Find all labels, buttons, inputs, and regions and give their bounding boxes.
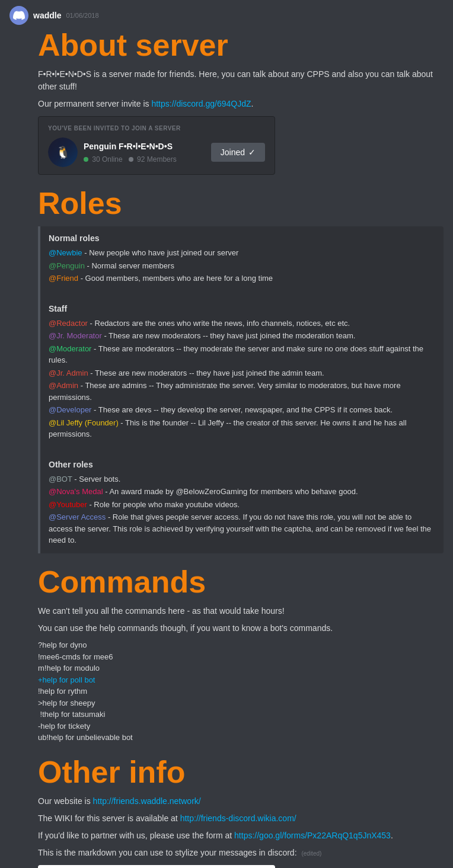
role-bot-desc: - Server bots. xyxy=(74,475,120,483)
cmd-tickety: -help for tickety xyxy=(38,720,444,732)
cmd-dyno: ?help for dyno xyxy=(38,639,444,651)
role-bot-tag: @BOT xyxy=(49,475,72,483)
role-redactor-desc: - Redactors are the ones who write the n… xyxy=(90,319,350,328)
cmd-modulo: m!help for modulo xyxy=(38,662,444,674)
offline-dot xyxy=(129,157,133,162)
about-section: About server F•R•l•E•N•D•S is a server m… xyxy=(38,28,444,175)
server-name: Penguin F•R•l•E•N•D•S xyxy=(84,140,177,153)
role-friend-tag: @Friend xyxy=(49,274,78,283)
role-youtuber-tag: @Youtuber xyxy=(49,500,87,509)
roles-title: Roles xyxy=(38,187,444,220)
page-container: waddle 01/06/2018 About server F•R•l•E•N… xyxy=(0,0,453,868)
role-admin-desc: - These are admins -- They administrate … xyxy=(49,381,401,402)
partner-link[interactable]: https://goo.gl/forms/Px22ARqQ1q5JnX453 xyxy=(234,831,391,840)
server-icon: 🐧 xyxy=(48,137,78,167)
online-dot xyxy=(84,157,88,162)
role-server-access-desc: - Role that gives people server access. … xyxy=(49,513,431,544)
category-other-roles: Other roles xyxy=(49,459,435,471)
bot-avatar xyxy=(9,6,28,25)
online-stat: 30 Online xyxy=(84,154,123,165)
other-info-section: Other info Our website is http://friends… xyxy=(38,755,444,868)
role-newbie-desc: - New people who have just joined our se… xyxy=(84,248,238,257)
website-prefix: Our website is xyxy=(38,796,93,806)
joined-button[interactable]: Joined ✓ xyxy=(211,143,265,162)
invite-left: 🐧 Penguin F•R•l•E•N•D•S 30 Online xyxy=(48,137,177,167)
role-admin-tag: @Admin xyxy=(49,381,78,390)
commands-title: Commands xyxy=(38,565,444,599)
about-desc-text: F•R•l•E•N•D•S is a server made for frien… xyxy=(38,69,433,91)
role-admin: @Admin - These are admins -- They admini… xyxy=(49,380,435,403)
role-jr-admin-desc: - These are new moderators -- they have … xyxy=(90,369,324,377)
role-youtuber-desc: - Role for people who make youtube video… xyxy=(89,500,240,509)
role-founder: @Lil Jeffy (Founder) - This is the found… xyxy=(49,417,435,440)
role-penguin: @Penguin - Normal server members xyxy=(49,260,435,272)
other-info-title: Other info xyxy=(38,755,444,789)
category-staff: Staff xyxy=(49,303,435,315)
roles-box: Normal roles @Newbie - New people who ha… xyxy=(38,226,444,553)
members-count: 92 Members xyxy=(137,155,177,164)
cmd-poll: +help for poll bot xyxy=(38,674,444,686)
joined-label: Joined xyxy=(221,148,245,157)
about-invite-text: Our permanent server invite is https://d… xyxy=(38,98,444,110)
joined-check: ✓ xyxy=(248,148,256,157)
role-jr-admin-tag: @Jr. Admin xyxy=(49,369,88,377)
role-developer-tag: @Developer xyxy=(49,405,91,414)
members-stat: 92 Members xyxy=(129,154,177,165)
commands-block: We can't tell you all the commands here … xyxy=(38,605,444,744)
role-newbie: @Newbie - New people who have just joine… xyxy=(49,247,435,259)
role-redactor: @Redactor - Redactors are the ones who w… xyxy=(49,318,435,329)
invite-box-label: YOU'VE BEEN INVITED TO JOIN A SERVER xyxy=(48,124,265,133)
role-friend-desc: - Good members, members who are here for… xyxy=(81,274,273,283)
role-jr-admin: @Jr. Admin - These are new moderators --… xyxy=(49,367,435,379)
commands-intro-2: You can use the help commands though, if… xyxy=(38,622,444,635)
role-jr-moderator: @Jr. Moderator - These are new moderator… xyxy=(49,330,435,342)
role-jr-mod-tag: @Jr. Moderator xyxy=(49,331,102,340)
message-timestamp: 01/06/2018 xyxy=(66,11,98,21)
invite-link[interactable]: https://discord.gg/694QJdZ xyxy=(151,99,251,108)
cmd-rythm: !help for rythm xyxy=(38,686,444,697)
role-redactor-tag: @Redactor xyxy=(49,319,88,328)
role-youtuber: @Youtuber - Role for people who make you… xyxy=(49,499,435,511)
role-novas: @Nova's Medal - An award made by @BelowZ… xyxy=(49,486,435,498)
online-count: 30 Online xyxy=(92,155,122,164)
commands-intro-1: We can't tell you all the commands here … xyxy=(38,605,444,617)
role-moderator-tag: @Moderator xyxy=(49,344,91,353)
roles-section: Roles Normal roles @Newbie - New people … xyxy=(38,187,444,553)
edited-tag: (edited) xyxy=(301,850,321,857)
role-jr-mod-desc: - These are new moderators -- they have … xyxy=(104,331,355,340)
role-novas-desc: - An award made by @BelowZeroGaming for … xyxy=(105,487,358,496)
partner-prefix: If you'd like to partner with us, please… xyxy=(38,831,234,840)
bot-name: waddle xyxy=(33,9,61,22)
server-icon-img: 🐧 xyxy=(48,137,78,167)
markdown-prefix: This is the markdown you can use to styl… xyxy=(38,848,297,857)
role-founder-tag: @Lil Jeffy (Founder) xyxy=(49,418,119,427)
website-text: Our website is http://friends.waddle.net… xyxy=(38,795,444,808)
sweet-styles-box: Sweet Styles Italics *italics* or _itali… xyxy=(38,865,275,868)
role-moderator-desc: - These are moderators -- they moderate … xyxy=(49,344,423,365)
invite-box: YOU'VE BEEN INVITED TO JOIN A SERVER 🐧 P… xyxy=(38,116,275,175)
role-moderator: @Moderator - These are moderators -- the… xyxy=(49,343,435,366)
role-developer-desc: - These are devs -- they develop the ser… xyxy=(94,405,393,414)
role-newbie-tag: @Newbie xyxy=(49,248,82,257)
wiki-link[interactable]: http://friends-discord.wikia.com/ xyxy=(180,813,296,823)
about-title: About server xyxy=(38,28,444,62)
cmd-tatsumaki: !thelp for tatsumaki xyxy=(38,709,444,720)
website-link[interactable]: http://friends.waddle.network/ xyxy=(93,796,201,806)
role-penguin-tag: @Penguin xyxy=(49,261,85,270)
role-developer: @Developer - These are devs -- they deve… xyxy=(49,404,435,416)
invite-prefix: Our permanent server invite is xyxy=(38,99,151,108)
content-area: About server F•R•l•E•N•D•S is a server m… xyxy=(9,28,444,868)
partner-text: If you'd like to partner with us, please… xyxy=(38,829,444,842)
role-friend: @Friend - Good members, members who are … xyxy=(49,273,435,284)
role-server-access: @Server Access - Role that gives people … xyxy=(49,511,435,546)
markdown-text: This is the markdown you can use to styl… xyxy=(38,847,444,859)
server-stats: 30 Online 92 Members xyxy=(84,154,177,165)
role-novas-tag: @Nova's Medal xyxy=(49,487,103,496)
commands-section: Commands We can't tell you all the comma… xyxy=(38,565,444,744)
cmd-unbelievable: ub!help for unbelievable bot xyxy=(38,732,444,744)
category-normal: Normal roles xyxy=(49,232,435,245)
wiki-text: The WIKI for this server is available at… xyxy=(38,812,444,825)
cmd-mee6: !mee6-cmds for mee6 xyxy=(38,651,444,663)
role-penguin-desc: - Normal server members xyxy=(87,261,174,270)
about-description: F•R•l•E•N•D•S is a server made for frien… xyxy=(38,68,444,93)
